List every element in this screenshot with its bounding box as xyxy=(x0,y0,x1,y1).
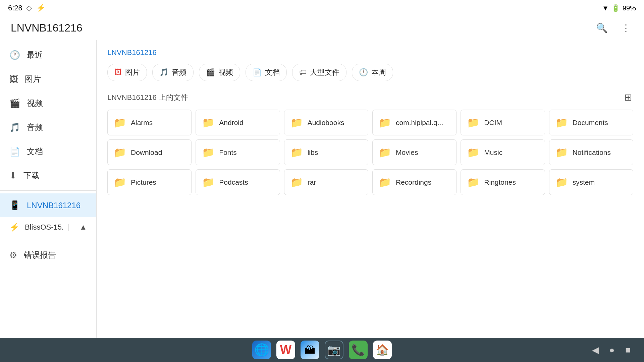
folder-name-download: Download xyxy=(131,148,162,157)
battery-level: 99% xyxy=(623,4,636,12)
folder-name-libs: libs xyxy=(308,148,318,157)
folder-name-audiobooks: Audiobooks xyxy=(308,119,344,127)
folder-name-podcasts: Podcasts xyxy=(219,178,248,186)
folder-icon-movies: 📁 xyxy=(379,146,391,158)
sidebar-label-error: 错误报告 xyxy=(24,250,56,260)
sidebar-item-audio[interactable]: 🎵 音频 xyxy=(0,115,96,139)
folder-android[interactable]: 📁 Android xyxy=(196,110,280,135)
home-button[interactable]: ● xyxy=(609,345,615,355)
sidebar-item-images[interactable]: 🖼 图片 xyxy=(0,67,96,91)
folder-icon-com-hipipal: 📁 xyxy=(379,117,391,128)
folder-icon-documents: 📁 xyxy=(555,117,568,128)
folder-recordings[interactable]: 📁 Recordings xyxy=(372,169,457,195)
folder-icon-pictures: 📁 xyxy=(114,176,126,188)
sidebar-item-error[interactable]: ⚙ 错误报告 xyxy=(0,243,96,267)
chip-audio[interactable]: 🎵 音频 xyxy=(152,64,194,81)
chip-images-icon: 🖼 xyxy=(114,68,122,77)
view-toggle-button[interactable]: ⊞ xyxy=(623,90,633,104)
folder-music[interactable]: 📁 Music xyxy=(461,139,545,165)
video-icon: 🎬 xyxy=(9,98,20,109)
folder-name-com-hipipal: com.hipipal.q... xyxy=(396,119,443,127)
chip-docs[interactable]: 📄 文档 xyxy=(246,64,287,81)
taskbar-app-phone[interactable]: 📞 xyxy=(349,341,368,359)
chip-docs-label: 文档 xyxy=(265,67,280,77)
eject-button[interactable]: ▲ xyxy=(79,223,87,232)
store-icon: 🏠 xyxy=(376,344,389,356)
chip-video-icon: 🎬 xyxy=(206,68,215,77)
gallery-icon: 🏔 xyxy=(305,344,315,356)
folder-system[interactable]: 📁 system xyxy=(549,169,633,195)
wps-icon: W xyxy=(280,343,291,357)
images-icon: 🖼 xyxy=(9,74,18,84)
folder-icon-ringtones: 📁 xyxy=(467,176,479,188)
taskbar-app-wps[interactable]: W xyxy=(276,341,295,359)
folder-name-android: Android xyxy=(219,119,243,127)
folder-name-dcim: DCIM xyxy=(484,119,502,127)
sidebar-label-lnvnb: LNVNB161216 xyxy=(27,201,80,210)
folder-name-ringtones: Ringtones xyxy=(484,178,516,186)
sidebar-item-docs[interactable]: 📄 文档 xyxy=(0,139,96,164)
status-left: 6:28 ◇ ⚡ xyxy=(8,4,45,12)
folder-pictures[interactable]: 📁 Pictures xyxy=(107,169,192,195)
top-bar-actions: 🔍 ⋮ xyxy=(593,20,633,36)
phone-icon: 📞 xyxy=(352,344,365,356)
folder-name-recordings: Recordings xyxy=(396,178,431,186)
folder-libs[interactable]: 📁 libs xyxy=(284,139,368,165)
folder-download[interactable]: 📁 Download xyxy=(107,139,192,165)
folder-ringtones[interactable]: 📁 Ringtones xyxy=(461,169,545,195)
folder-name-notifications: Notifications xyxy=(573,148,611,157)
sidebar-item-lnvnb[interactable]: 📱 LNVNB161216 xyxy=(0,193,96,217)
sidebar-label-recent: 最近 xyxy=(27,50,43,60)
sidebar-label-images: 图片 xyxy=(25,74,41,84)
folder-notifications[interactable]: 📁 Notifications xyxy=(549,139,633,165)
docs-icon: 📄 xyxy=(9,146,20,157)
taskbar-app-camera[interactable]: 📷 xyxy=(325,341,343,359)
filter-chips: 🖼 图片 🎵 音频 🎬 视频 📄 文档 🏷 大型文件 🕐 本周 xyxy=(107,64,633,81)
main-layout: 🕐 最近 🖼 图片 🎬 视频 🎵 音频 📄 文档 ⬇ 下载 📱 LNVNB161… xyxy=(0,40,644,338)
folder-alarms[interactable]: 📁 Alarms xyxy=(107,110,192,135)
folder-fonts[interactable]: 📁 Fonts xyxy=(196,139,280,165)
chip-docs-icon: 📄 xyxy=(253,68,262,77)
sidebar-item-recent[interactable]: 🕐 最近 xyxy=(0,43,96,67)
signal-icon: ◇ xyxy=(26,4,32,12)
folder-icon-music: 📁 xyxy=(467,146,479,158)
chip-large-label: 大型文件 xyxy=(310,67,339,77)
breadcrumb[interactable]: LNVNB161216 xyxy=(107,48,633,57)
error-icon: ⚙ xyxy=(9,250,17,260)
chip-images[interactable]: 🖼 图片 xyxy=(107,64,147,81)
folder-icon-libs: 📁 xyxy=(290,146,303,158)
sidebar-divider-2 xyxy=(0,240,96,240)
chip-video[interactable]: 🎬 视频 xyxy=(199,64,240,81)
recents-button[interactable]: ■ xyxy=(625,345,631,355)
download-icon: ⬇ xyxy=(9,171,17,181)
folder-com-hipipal[interactable]: 📁 com.hipipal.q... xyxy=(372,110,457,135)
taskbar-app-store[interactable]: 🏠 xyxy=(373,341,392,359)
chip-week[interactable]: 🕐 本周 xyxy=(352,64,393,81)
folder-podcasts[interactable]: 📁 Podcasts xyxy=(196,169,280,195)
taskbar-app-browser[interactable]: 🌐 xyxy=(252,341,271,359)
folder-name-system: system xyxy=(573,178,595,186)
folder-icon-android: 📁 xyxy=(202,117,214,128)
sidebar-item-video[interactable]: 🎬 视频 xyxy=(0,91,96,115)
folder-name-rar: rar xyxy=(308,178,316,186)
chip-week-label: 本周 xyxy=(371,67,386,77)
folder-icon-podcasts: 📁 xyxy=(202,176,214,188)
usb-device-icon: ⚡ xyxy=(9,223,19,232)
folder-documents[interactable]: 📁 Documents xyxy=(549,110,633,135)
wifi-icon: ▼ xyxy=(602,4,609,12)
taskbar-app-gallery[interactable]: 🏔 xyxy=(301,341,319,359)
more-options-button[interactable]: ⋮ xyxy=(619,20,633,36)
status-bar: 6:28 ◇ ⚡ ▼ 🔋 99% xyxy=(0,0,644,16)
sidebar-label-bliss: BlissOS-15. xyxy=(25,223,64,232)
back-button[interactable]: ◀ xyxy=(592,345,599,355)
folder-audiobooks[interactable]: 📁 Audiobooks xyxy=(284,110,368,135)
top-bar: LNVNB161216 🔍 ⋮ xyxy=(0,16,644,40)
folder-movies[interactable]: 📁 Movies xyxy=(372,139,457,165)
search-button[interactable]: 🔍 xyxy=(593,20,610,36)
folder-rar[interactable]: 📁 rar xyxy=(284,169,368,195)
chip-large[interactable]: 🏷 大型文件 xyxy=(292,64,346,81)
sidebar-item-bliss[interactable]: ⚡ BlissOS-15. | ▲ xyxy=(0,217,96,237)
section-title: LNVNB161216 上的文件 xyxy=(107,93,188,103)
folder-dcim[interactable]: 📁 DCIM xyxy=(461,110,545,135)
sidebar-item-download[interactable]: ⬇ 下载 xyxy=(0,164,96,188)
